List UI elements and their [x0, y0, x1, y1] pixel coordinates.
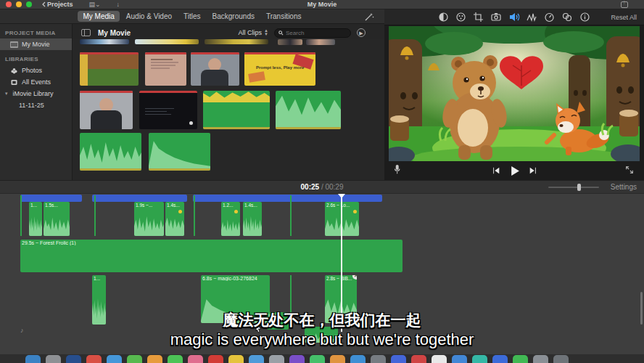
tab-audio-video[interactable]: Audio & Video — [121, 11, 177, 22]
sidebar-item-imovie-library[interactable]: ▾ iMovie Library — [0, 88, 72, 99]
sidebar-item-photos[interactable]: Photos — [0, 65, 72, 76]
skip-back-icon[interactable] — [492, 166, 500, 175]
dock-app-icon[interactable] — [513, 355, 528, 363]
search-input[interactable] — [286, 30, 344, 36]
audio-clip-thumbnail[interactable] — [203, 91, 270, 129]
dock-app-icon[interactable] — [127, 355, 142, 363]
dock-app-icon[interactable] — [269, 355, 284, 363]
clip-thumbnail[interactable] — [80, 52, 139, 86]
clip-connector — [20, 195, 22, 236]
dock-app-icon[interactable] — [411, 355, 426, 363]
sidebar-item-event-date[interactable]: 11-11-25 — [0, 99, 72, 111]
dock-app-icon[interactable] — [66, 355, 81, 363]
chevron-updown-icon: ▲▼ — [264, 29, 268, 36]
dock-app-icon[interactable] — [208, 355, 223, 363]
noise-reduction-icon[interactable] — [527, 12, 537, 23]
dock-app-icon[interactable] — [289, 355, 305, 363]
tab-my-media[interactable]: My Media — [78, 11, 119, 22]
sidebar-toggle-icon[interactable] — [81, 29, 91, 36]
audio-clip[interactable]: 1.4s... — [165, 202, 184, 236]
filmstrip-icon — [10, 41, 18, 48]
event-date-label: 11-11-25 — [19, 102, 44, 109]
dock-app-icon[interactable] — [86, 355, 102, 363]
crop-icon[interactable] — [473, 12, 484, 23]
audio-clip[interactable]: 1.9s ~... — [134, 202, 164, 236]
title-bar-clip[interactable] — [92, 195, 187, 202]
color-balance-icon[interactable] — [438, 12, 449, 23]
volume-icon[interactable] — [508, 12, 520, 23]
fullscreen-icon[interactable] — [625, 164, 634, 177]
play-button[interactable] — [509, 166, 520, 176]
speed-icon[interactable] — [544, 12, 555, 23]
clip-thumbnail[interactable]: Prompt less, Play more — [244, 52, 315, 86]
dock-app-icon[interactable] — [168, 355, 183, 363]
audio-clip-thumbnail[interactable] — [80, 133, 141, 171]
clip-thumbnail[interactable] — [191, 52, 239, 86]
timeline-zoom-slider[interactable] — [548, 187, 599, 188]
dock-app-icon[interactable] — [107, 355, 122, 363]
dock-app-icon[interactable] — [310, 355, 325, 363]
reset-all-button[interactable]: Reset All — [611, 14, 637, 21]
audio-clip-thumbnail[interactable] — [276, 91, 341, 129]
tab-backgrounds[interactable]: Backgrounds — [207, 11, 260, 22]
clip-thumbnail[interactable] — [80, 39, 129, 44]
window-titlebar: Projects ▤⌄ ↓ My Movie — [0, 0, 644, 9]
clip-thumbnail[interactable] — [278, 39, 302, 45]
dock-app-icon[interactable] — [472, 355, 487, 363]
dock-app-icon[interactable] — [147, 355, 162, 363]
clip-thumbnail[interactable] — [205, 39, 268, 44]
clip-thumbnail[interactable] — [306, 39, 335, 45]
dock-app-icon[interactable] — [350, 355, 366, 363]
dock-app-icon[interactable] — [553, 355, 569, 363]
photos-label: Photos — [22, 67, 42, 74]
search-icon — [278, 30, 284, 36]
dock-app-icon[interactable] — [25, 355, 41, 363]
clip-filter-icon[interactable] — [561, 12, 573, 23]
clip-thumbnail[interactable] — [80, 91, 133, 129]
share-icon[interactable] — [621, 1, 628, 8]
audio-clip[interactable]: 2.6s ~ Lo... — [325, 202, 359, 236]
clip-thumbnail[interactable] — [139, 91, 197, 129]
dock-app-icon[interactable] — [46, 355, 61, 363]
audio-clip-thumbnail[interactable] — [149, 133, 210, 171]
title-bar-clip[interactable] — [20, 195, 82, 202]
dock-app-icon[interactable] — [249, 355, 264, 363]
dock-app-icon[interactable] — [432, 355, 447, 363]
search-field[interactable] — [274, 28, 351, 38]
dock — [25, 355, 606, 363]
info-icon[interactable] — [579, 12, 590, 23]
sidebar-item-my-movie[interactable]: My Movie — [0, 38, 72, 50]
dock-app-icon[interactable] — [391, 355, 406, 363]
clip-preview-icon[interactable]: ▶ — [357, 28, 366, 37]
clip-connector — [194, 195, 195, 236]
enhance-wand-icon[interactable] — [364, 12, 374, 25]
dock-app-icon[interactable] — [330, 355, 345, 363]
skip-forward-icon[interactable] — [529, 166, 537, 175]
audio-clip[interactable]: 1... — [29, 202, 42, 236]
music-clip-forest-frolic[interactable]: 29.5s ~ Forest Frolic (1) — [20, 240, 402, 272]
audio-clip[interactable]: 1.2... — [221, 202, 240, 236]
color-correction-icon[interactable] — [455, 12, 466, 23]
clip-thumbnail[interactable] — [145, 52, 186, 86]
dock-app-icon[interactable] — [452, 355, 467, 363]
title-bar-clip[interactable] — [193, 195, 382, 202]
dock-app-icon[interactable] — [533, 355, 548, 363]
tab-titles[interactable]: Titles — [178, 11, 206, 22]
timeline-toolbar: 00:25 / 00:29 Settings — [0, 180, 644, 194]
clip-thumbnail[interactable] — [135, 39, 199, 44]
tab-transitions[interactable]: Transitions — [261, 11, 307, 22]
zoom-slider-thumb[interactable] — [577, 184, 581, 191]
dock-app-icon[interactable] — [371, 355, 386, 363]
dock-app-icon[interactable] — [228, 355, 244, 363]
dock-app-icon[interactable] — [188, 355, 203, 363]
photos-icon — [10, 68, 18, 74]
audio-clip[interactable]: 1.4s... — [243, 202, 262, 236]
stabilization-icon[interactable] — [490, 12, 502, 23]
sidebar-item-all-events[interactable]: All Events — [0, 76, 72, 88]
timeline-settings-button[interactable]: Settings — [611, 183, 637, 191]
clip-filter-dropdown[interactable]: All Clips ▲▼ — [239, 29, 268, 36]
dock-app-icon[interactable] — [492, 355, 508, 363]
audio-clip[interactable]: 1.5s... — [44, 202, 70, 236]
disclosure-chevron-icon[interactable]: ▾ — [5, 91, 8, 97]
video-viewer — [389, 26, 640, 161]
